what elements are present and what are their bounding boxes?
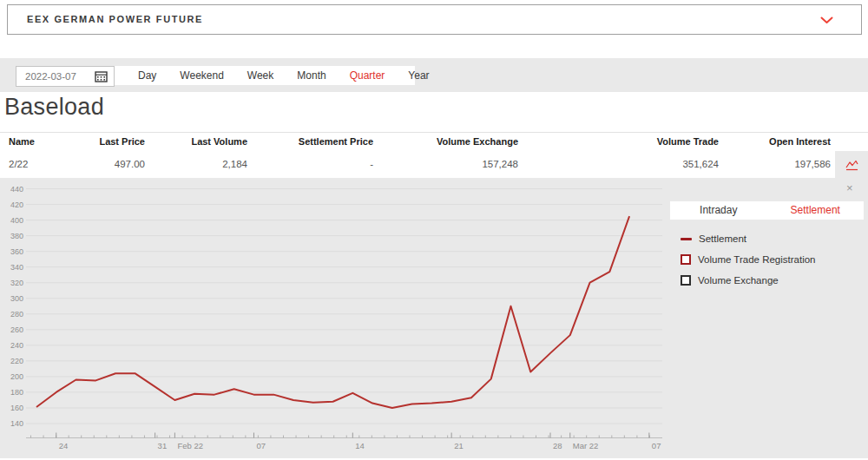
settlement-line-chart: 1401601802002202402602803003203403603804… <box>0 178 868 458</box>
volume-exchange-checkbox-icon <box>681 275 691 286</box>
product-selector[interactable]: EEX GERMAN POWER FUTURE <box>7 4 862 35</box>
col-last-price: Last Price <box>52 133 145 150</box>
tab-month[interactable]: Month <box>297 69 326 82</box>
svg-text:240: 240 <box>10 341 23 350</box>
svg-text:320: 320 <box>10 279 23 287</box>
tab-intraday[interactable]: Intraday <box>670 201 767 220</box>
cell-last-price: 497.00 <box>52 151 145 178</box>
period-tab-bar: Day Weekend Week Month Quarter Year <box>115 66 415 85</box>
svg-text:200: 200 <box>10 372 23 381</box>
svg-text:21: 21 <box>454 441 464 450</box>
tab-settlement[interactable]: Settlement <box>767 201 865 220</box>
tab-quarter[interactable]: Quarter <box>350 69 385 82</box>
svg-text:380: 380 <box>10 232 23 240</box>
svg-text:28: 28 <box>553 441 562 450</box>
col-last-volume: Last Volume <box>156 133 247 150</box>
tab-year[interactable]: Year <box>408 69 429 82</box>
svg-text:140: 140 <box>10 419 23 428</box>
chart-mode-tabs: Intraday Settlement <box>670 201 864 220</box>
svg-text:Mar 22: Mar 22 <box>573 441 599 450</box>
svg-text:220: 220 <box>10 357 23 365</box>
svg-text:Feb 22: Feb 22 <box>177 441 203 450</box>
date-input[interactable]: 2022-03-07 <box>16 66 115 87</box>
cell-volume-exchange: 157,248 <box>417 151 518 178</box>
cell-name: 2/22 <box>9 151 28 178</box>
settlement-series-line <box>36 216 629 408</box>
tab-weekend[interactable]: Weekend <box>180 69 223 82</box>
cell-open-interest: 197,586 <box>746 151 831 178</box>
cell-volume-trade-registration: 351,624 <box>599 151 719 178</box>
eex-market-screen: EEX GERMAN POWER FUTURE 2022-03-07 Day W… <box>0 0 868 460</box>
col-settlement-price: Settlement Price <box>278 133 373 150</box>
cell-last-volume: 2,184 <box>156 151 247 178</box>
svg-text:440: 440 <box>10 185 23 194</box>
svg-text:340: 340 <box>10 263 23 272</box>
svg-text:280: 280 <box>10 310 23 319</box>
product-selector-label: EEX GERMAN POWER FUTURE <box>27 5 203 34</box>
page-title: Baseload <box>4 94 104 121</box>
svg-text:160: 160 <box>10 404 23 412</box>
chart-legend: Settlement Volume Trade Registration Vol… <box>681 233 816 296</box>
svg-text:360: 360 <box>10 247 23 256</box>
legend-item-volume-trade-registration[interactable]: Volume Trade Registration <box>681 254 816 265</box>
svg-text:180: 180 <box>10 388 23 397</box>
calendar-icon[interactable] <box>95 70 108 82</box>
svg-text:07: 07 <box>256 441 266 450</box>
legend-item-volume-exchange[interactable]: Volume Exchange <box>681 275 816 286</box>
cell-settlement-price: - <box>278 151 373 178</box>
tab-day[interactable]: Day <box>138 69 156 82</box>
toolbar-strip: 2022-03-07 Day Weekend Week Month Quarte… <box>0 58 868 92</box>
svg-text:31: 31 <box>158 441 168 450</box>
table-header: Name Last Price Last Volume Settlement P… <box>0 132 868 152</box>
volume-trade-registration-checkbox-icon <box>681 254 691 265</box>
svg-text:420: 420 <box>10 200 23 209</box>
col-open-interest: Open Interest <box>746 133 831 150</box>
chevron-down-icon[interactable] <box>820 16 833 24</box>
svg-text:300: 300 <box>10 294 23 303</box>
col-name: Name <box>9 133 35 150</box>
date-value: 2022-03-07 <box>25 67 76 86</box>
svg-text:24: 24 <box>59 441 69 450</box>
line-chart-icon <box>845 159 859 171</box>
show-chart-button[interactable] <box>835 151 868 178</box>
svg-text:07: 07 <box>652 441 661 450</box>
svg-text:400: 400 <box>10 216 23 225</box>
tab-week[interactable]: Week <box>247 69 273 82</box>
svg-text:14: 14 <box>355 441 365 450</box>
legend-item-settlement[interactable]: Settlement <box>681 233 816 244</box>
table-row: 2/22 497.00 2,184 - 157,248 351,624 197,… <box>0 151 868 178</box>
col-volume-exchange: Volume Exchange <box>417 133 518 150</box>
close-icon[interactable]: × <box>846 182 853 194</box>
chart-container: 1401601802002202402602803003203403603804… <box>0 178 868 458</box>
settlement-line-marker-icon <box>681 238 692 240</box>
svg-text:260: 260 <box>10 325 23 334</box>
